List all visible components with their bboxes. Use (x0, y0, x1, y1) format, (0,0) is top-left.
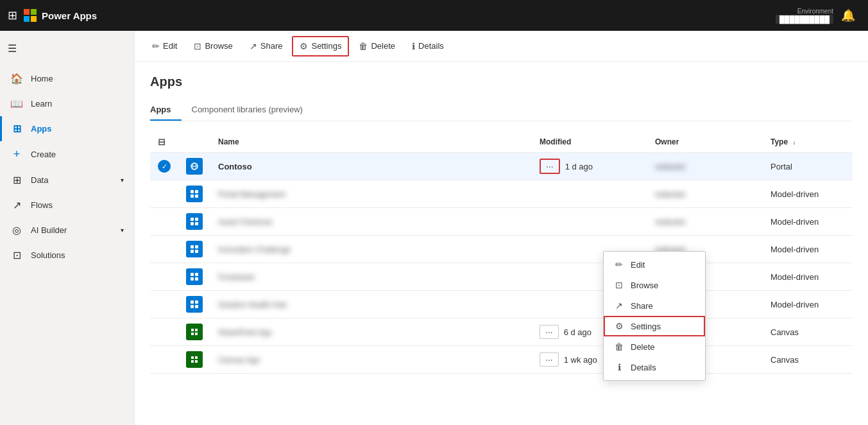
context-share-label: Share (631, 301, 653, 311)
svg-rect-6 (195, 195, 198, 198)
logo-green (31, 9, 37, 15)
row-checkbox[interactable] (150, 318, 178, 346)
context-menu-share[interactable]: ↗ Share (604, 295, 705, 316)
modified-date: 1 wk ago (564, 355, 597, 365)
blurred-name: Portal Management (218, 190, 285, 199)
sidebar-item-solutions[interactable]: ⊡ Solutions (0, 243, 134, 268)
row-checkbox[interactable] (150, 180, 178, 208)
row-type: Model-driven (763, 263, 853, 291)
more-options-button[interactable]: ··· (540, 352, 559, 367)
sidebar-toggle[interactable]: ☰ (0, 36, 134, 61)
microsoft-logo (24, 9, 37, 22)
context-edit-icon: ✏ (614, 259, 624, 270)
row-checkbox[interactable] (150, 236, 178, 263)
modified-date: 6 d ago (564, 327, 591, 337)
home-icon: 🏠 (10, 73, 23, 85)
browse-icon: ⊡ (194, 41, 201, 51)
sidebar-item-apps[interactable]: ⊞ Apps (0, 116, 134, 141)
row-checkbox[interactable] (150, 291, 178, 318)
row-type: Model-driven (763, 180, 853, 208)
edit-label: Edit (163, 41, 177, 51)
row-checkbox[interactable] (150, 263, 178, 291)
browse-label: Browse (205, 41, 232, 51)
sidebar-label-ai-builder: AI Builder (31, 225, 67, 235)
table-row[interactable]: ✓Contoso ··· 1 d ago redactedPortal (150, 153, 853, 180)
svg-rect-14 (195, 250, 198, 253)
waffle-icon[interactable]: ⊞ (8, 8, 17, 22)
apps-table: ⊟ Name Modified Owner Type (150, 132, 853, 374)
svg-rect-4 (195, 190, 198, 193)
settings-label: Settings (311, 41, 341, 51)
delete-icon: 🗑 (359, 41, 368, 51)
context-menu-edit[interactable]: ✏ Edit (604, 254, 705, 275)
sidebar-item-data[interactable]: ⊞ Data ▾ (0, 168, 134, 193)
row-type: Model-driven (763, 236, 853, 263)
svg-rect-24 (195, 329, 198, 331)
sidebar-item-ai-builder[interactable]: ◎ AI Builder ▾ (0, 218, 134, 243)
sidebar-item-home[interactable]: 🏠 Home (0, 66, 134, 91)
table-row[interactable]: Portal ManagementredactedModel-driven (150, 180, 853, 208)
row-app-name: Canvas App (210, 346, 532, 374)
col-header-name[interactable]: Name (210, 132, 532, 153)
sidebar-label-home: Home (31, 74, 53, 83)
table-row[interactable]: Asset CheckoutredactedModel-driven (150, 208, 853, 236)
sidebar: ☰ 🏠 Home 📖 Learn ⊞ Apps + Create ⊞ Data … (0, 31, 135, 425)
share-label: Share (260, 41, 283, 51)
share-button[interactable]: ↗ Share (243, 37, 290, 56)
environment-selector[interactable]: Environment ██████████ (776, 8, 833, 24)
row-app-name: Asset Checkout (210, 208, 532, 236)
col-header-modified[interactable]: Modified (532, 132, 647, 153)
context-menu-delete[interactable]: 🗑 Delete (604, 336, 705, 357)
details-label: Details (418, 41, 444, 51)
context-menu-settings[interactable]: ⚙ Settings (604, 316, 705, 336)
svg-rect-19 (191, 300, 194, 304)
col-header-type[interactable]: Type ↓ (763, 132, 853, 153)
svg-rect-5 (191, 195, 194, 198)
settings-icon: ⚙ (300, 41, 308, 51)
delete-button[interactable]: 🗑 Delete (352, 37, 402, 56)
row-checkbox[interactable] (150, 346, 178, 374)
learn-icon: 📖 (10, 98, 23, 110)
sidebar-item-flows[interactable]: ↗ Flows (0, 193, 134, 218)
browse-button[interactable]: ⊡ Browse (187, 37, 239, 56)
more-options-button[interactable]: ··· (540, 159, 560, 174)
context-menu-browse[interactable]: ⊡ Browse (604, 275, 705, 295)
tab-component-libraries[interactable]: Component libraries (preview) (192, 100, 313, 121)
row-app-icon (178, 153, 210, 180)
table-row[interactable]: Innovation ChallengeredactedModel-driven (150, 236, 853, 263)
context-menu-details[interactable]: ℹ Details (604, 357, 705, 377)
context-browse-icon: ⊡ (614, 280, 624, 290)
owner-name: redacted (655, 162, 685, 171)
sidebar-label-apps: Apps (31, 124, 52, 134)
row-checkbox[interactable]: ✓ (150, 153, 178, 180)
svg-rect-25 (191, 333, 194, 335)
details-button[interactable]: ℹ Details (405, 37, 451, 56)
sidebar-item-learn[interactable]: 📖 Learn (0, 91, 134, 116)
svg-rect-7 (191, 218, 194, 221)
table-row[interactable]: Canvas App ··· 1 wk ago redactedCanvas (150, 346, 853, 374)
context-delete-label: Delete (631, 342, 655, 352)
row-checkbox[interactable] (150, 208, 178, 236)
svg-rect-3 (191, 190, 194, 193)
row-type: Portal (763, 153, 853, 180)
svg-rect-21 (191, 305, 194, 308)
svg-rect-17 (191, 277, 194, 281)
table-row[interactable]: SharePoint App ··· 6 d ago redactedCanva… (150, 318, 853, 346)
edit-button[interactable]: ✏ Edit (145, 37, 184, 56)
table-row[interactable]: Solution Health HubredactedModel-driven (150, 291, 853, 318)
app-logo: Power Apps (24, 9, 97, 22)
table-row[interactable]: FundraiserredactedModel-driven (150, 263, 853, 291)
col-header-owner[interactable]: Owner (647, 132, 763, 153)
brand-name: Power Apps (42, 10, 97, 21)
environment-name: ██████████ (776, 15, 833, 24)
sidebar-label-learn: Learn (31, 99, 52, 108)
sidebar-item-create[interactable]: + Create (0, 141, 134, 168)
settings-button[interactable]: ⚙ Settings (292, 36, 349, 56)
notifications-icon[interactable]: 🔔 (841, 8, 855, 22)
selected-check: ✓ (158, 160, 171, 173)
page-content: Apps Apps Component libraries (preview) … (135, 62, 868, 425)
more-options-button[interactable]: ··· (540, 325, 559, 339)
svg-rect-28 (195, 356, 198, 359)
context-settings-icon: ⚙ (614, 321, 624, 331)
tab-apps[interactable]: Apps (150, 100, 182, 121)
